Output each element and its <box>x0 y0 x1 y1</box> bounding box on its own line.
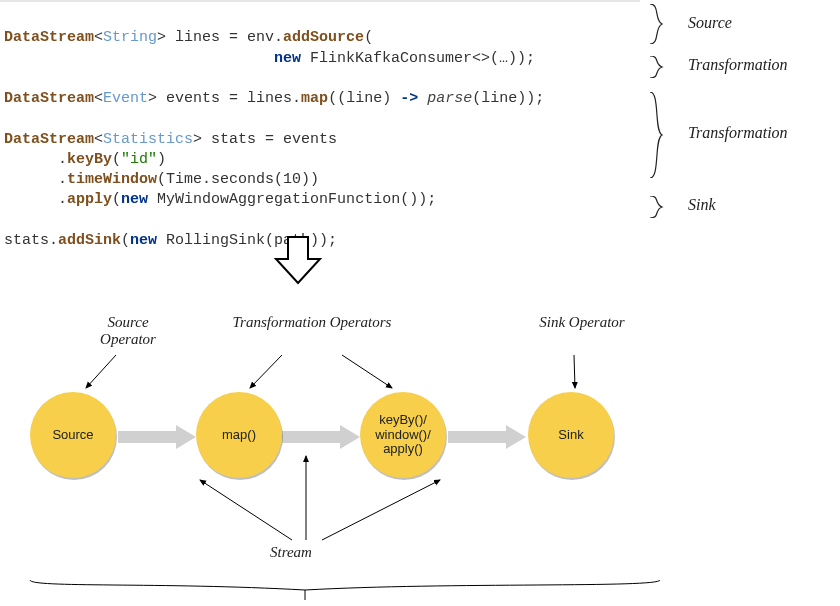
brace-trans2 <box>648 92 672 178</box>
code-block: DataStream<String> lines = env.addSource… <box>0 0 640 257</box>
svg-line-1 <box>250 355 282 388</box>
annotation-trans2: Transformation <box>688 124 788 142</box>
node-source: Source <box>30 392 116 478</box>
stream-arrow-2 <box>282 422 362 452</box>
annotation-sink: Sink <box>688 196 716 214</box>
node-sink: Sink <box>528 392 614 478</box>
annotation-trans1: Transformation <box>688 56 788 74</box>
pipeline-diagram: Source Operator Transformation Operators… <box>0 300 700 606</box>
brace-source <box>648 4 672 44</box>
svg-line-6 <box>322 480 440 540</box>
svg-line-2 <box>342 355 392 388</box>
stream-arrow-3 <box>448 422 528 452</box>
node-keyby: keyBy()/ window()/ apply() <box>360 392 446 478</box>
svg-line-4 <box>200 480 292 540</box>
brace-trans1 <box>648 56 672 78</box>
node-map: map() <box>196 392 282 478</box>
stream-arrow-1 <box>118 422 198 452</box>
label-stream: Stream <box>270 544 312 561</box>
brace-sink <box>648 196 672 218</box>
svg-line-0 <box>86 355 116 388</box>
down-arrow-icon <box>270 233 326 289</box>
svg-line-3 <box>574 355 575 388</box>
annotation-source: Source <box>688 14 732 32</box>
